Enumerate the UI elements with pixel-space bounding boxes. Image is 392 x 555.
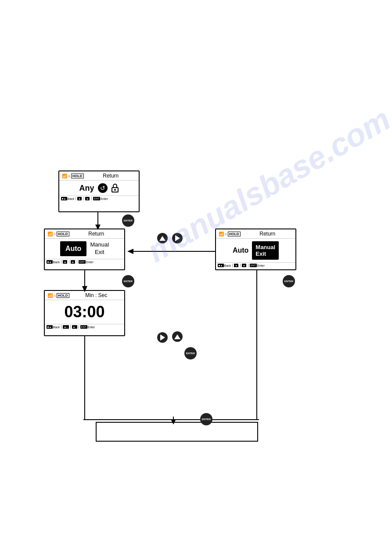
wifi-icon-4: 📶	[47, 293, 53, 298]
back-label-2: Back	[53, 261, 60, 264]
screen1-title: Return	[103, 173, 119, 179]
footer-back-3: ■▲ Back	[218, 264, 233, 267]
lock-icon	[111, 184, 119, 192]
enter-button-1[interactable]: ENTER	[122, 214, 134, 227]
enter-button-5[interactable]: ENTER	[184, 347, 197, 359]
footer-back-2: ■▲ Back	[47, 260, 61, 264]
wifi-icon-2: 📶	[47, 232, 53, 236]
manual-exit-btn-3: ManualExit	[252, 241, 279, 260]
signal-icon-2: ⌂	[54, 232, 56, 236]
back-label-1: Back	[68, 197, 75, 200]
footer-minus-4: ▲-	[72, 325, 79, 329]
enter-label-2: Enter	[86, 261, 94, 264]
footer-up-3: ▲	[234, 264, 241, 267]
screen3-footer: ■▲ Back ▲ ▲ ENT Enter	[216, 262, 295, 268]
up-key-2: ▲	[63, 260, 67, 264]
footer-enter-4: ENT Enter	[80, 325, 97, 329]
dn-key-2: ▲	[71, 260, 75, 264]
enter-label: ENTER	[124, 219, 133, 222]
footer-enter-1: ENT Enter	[93, 197, 109, 200]
screen2-header: 📶 ⌂ HOLD Return	[45, 229, 124, 239]
screen1-any: Any	[79, 184, 94, 193]
auto-btn-2: Auto	[60, 241, 86, 256]
wifi-icon-3: 📶	[219, 232, 224, 236]
arrow-s3-to-s2	[127, 247, 215, 256]
screen4-footer: ■▲ Back ▲+ ▲- ENT Enter	[45, 324, 124, 330]
back-key-2: ■▲	[47, 260, 53, 264]
screen4-title: Min : Sec	[85, 292, 107, 298]
back-label-4: Back	[53, 326, 60, 329]
screen3-title: Return	[259, 231, 275, 237]
back-key-3: ■▲	[218, 264, 224, 267]
arrow-s4-down	[80, 336, 89, 424]
plus-key-4: ▲+	[63, 325, 68, 329]
nav-up-circle-2[interactable]	[172, 331, 183, 342]
footer-back-4: ■▲ Back	[47, 325, 61, 329]
hold-label-2: HOLD	[57, 232, 69, 236]
enter-label-2: ENTER	[124, 280, 133, 283]
hold-label-3: HOLD	[228, 232, 241, 236]
enter-label-1: Enter	[101, 197, 108, 200]
signal-icon-4: ⌂	[54, 294, 56, 297]
footer-dn-3: ▲	[242, 264, 248, 267]
enter-button-4[interactable]: ENTER	[200, 413, 212, 425]
footer-dn-1: ▲	[85, 197, 92, 200]
enter-label-3: ENTER	[284, 280, 293, 283]
screen1-footer: ■▲ Back ▲ ▲ ENT Enter	[59, 196, 139, 201]
manual-exit-2: ManualExit	[90, 241, 109, 256]
footer-plus-4: ▲+	[63, 325, 70, 329]
minus-key-4: ▲-	[72, 325, 77, 329]
enter-label-5: ENTER	[186, 352, 195, 355]
wifi-icon: 📶	[62, 174, 67, 178]
signal-icon: ⌂	[68, 174, 70, 178]
hold-label-4: HOLD	[57, 293, 69, 298]
screen2-title: Return	[88, 231, 104, 237]
screen2: 📶 ⌂ HOLD Return Auto ManualExit ■▲ Back …	[44, 229, 125, 270]
enter-label-4: Enter	[88, 326, 95, 329]
footer-up-2: ▲	[63, 260, 69, 264]
hold-label-1: HOLD	[71, 174, 84, 178]
screen1-body: Any ↺	[59, 181, 139, 196]
auto-text-3: Auto	[233, 247, 248, 254]
arrow-to-bottom	[169, 417, 178, 425]
footer-dn-2: ▲	[71, 260, 77, 264]
screen3-body: Auto ManualExit	[216, 239, 295, 262]
up-key-3: ▲	[234, 264, 238, 267]
enter-button-3[interactable]: ENTER	[283, 275, 295, 287]
enter-label-3: Enter	[257, 264, 265, 267]
footer-enter-2: ENT Enter	[79, 260, 95, 264]
footer-back-1: ■▲ Back	[61, 197, 76, 200]
screen3-icons: 📶 ⌂ HOLD	[219, 232, 241, 236]
enter-key-1: ENT	[93, 197, 100, 200]
footer-up-1: ▲	[77, 197, 84, 200]
screen4-header: 📶 ⌂ HOLD Min : Sec	[45, 291, 124, 300]
svg-marker-5	[127, 249, 133, 254]
enter-key-3: ENT	[250, 264, 257, 267]
back-label-3: Back	[224, 264, 231, 267]
up-key-1: ▲	[77, 197, 82, 200]
enter-key-2: ENT	[79, 260, 86, 264]
nav-up-circle[interactable]	[157, 233, 168, 243]
up-triangle	[159, 236, 165, 241]
enter-button-2[interactable]: ENTER	[122, 275, 134, 287]
nav-right-circle[interactable]	[172, 233, 183, 243]
screen4-icons: 📶 ⌂ HOLD	[47, 293, 69, 298]
screen2-footer: ■▲ Back ▲ ▲ ENT Enter	[45, 259, 124, 265]
svg-marker-3	[82, 286, 87, 292]
screen4: 📶 ⌂ HOLD Min : Sec 03:00 ■▲ Back ▲+ ▲- E…	[44, 290, 125, 336]
screen1-header: 📶 ⌂ HOLD Return	[59, 171, 139, 181]
time-value: 03:00	[64, 303, 104, 321]
nav-right-circle-2[interactable]	[157, 332, 168, 343]
arrow-s2-to-s4	[80, 270, 89, 292]
svg-marker-1	[95, 225, 101, 230]
footer-enter-3: ENT Enter	[250, 264, 266, 267]
dn-key-3: ▲	[242, 264, 246, 267]
screen1: 📶 ⌂ HOLD Return Any ↺ ■▲ Back ▲ ▲ ENT En…	[58, 170, 140, 212]
screen3: 📶 ⌂ HOLD Return Auto ManualExit ■▲ Back …	[215, 229, 296, 270]
enter-key-4: ENT	[80, 325, 87, 329]
signal-icon-3: ⌂	[225, 232, 227, 236]
arrow-s3-down	[252, 270, 261, 424]
right-triangle-2	[160, 334, 165, 341]
screen2-icons: 📶 ⌂ HOLD	[47, 232, 69, 236]
screen4-body: 03:00	[45, 300, 124, 324]
